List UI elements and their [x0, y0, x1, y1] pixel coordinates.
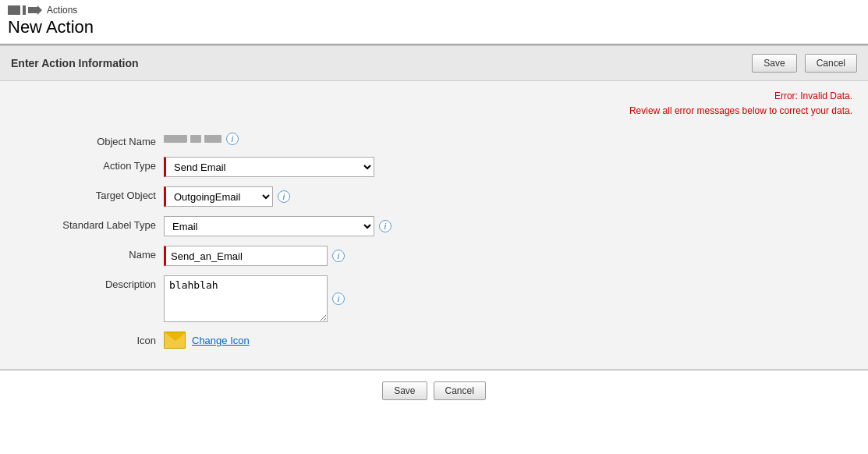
- save-button-bottom[interactable]: Save: [382, 381, 427, 400]
- target-object-control: OutgoingEmail Contact Account Lead i: [164, 186, 852, 207]
- breadcrumb-arrow-icon: [28, 5, 42, 15]
- breadcrumb-area: Actions: [0, 0, 868, 17]
- target-object-select[interactable]: OutgoingEmail Contact Account Lead: [164, 186, 273, 207]
- target-object-info-icon[interactable]: i: [278, 190, 290, 203]
- object-name-row: Object Name i: [0, 128, 868, 152]
- target-object-label: Target Object: [16, 186, 156, 201]
- description-label: Description: [16, 275, 156, 290]
- obj-seg-1: [164, 135, 187, 143]
- error-line1: Error: Invalid Data.: [16, 89, 852, 104]
- form-header-title: Enter Action Information: [11, 57, 744, 69]
- standard-label-type-control: Email Send Notify Custom i: [164, 216, 852, 236]
- obj-seg-3: [204, 135, 221, 143]
- name-row: Name i: [0, 241, 868, 271]
- description-row: Description blahblah i: [0, 271, 868, 327]
- save-button-top[interactable]: Save: [752, 54, 796, 73]
- change-icon-link[interactable]: Change Icon: [192, 335, 250, 346]
- object-name-control: i: [164, 133, 852, 145]
- name-label: Name: [16, 246, 156, 261]
- error-block: Error: Invalid Data. Review all error me…: [0, 81, 868, 123]
- action-type-label: Action Type: [16, 157, 156, 172]
- icon-label: Icon: [16, 332, 156, 346]
- name-info-icon[interactable]: i: [332, 250, 345, 262]
- form-header: Enter Action Information Save Cancel: [0, 46, 868, 81]
- form-section: Enter Action Information Save Cancel Err…: [0, 46, 868, 370]
- object-name-label: Object Name: [16, 133, 156, 147]
- breadcrumb-icons: [8, 5, 42, 15]
- breadcrumb-icon-1: [8, 5, 20, 15]
- breadcrumb-parent[interactable]: Actions: [47, 5, 77, 16]
- obj-seg-2: [190, 135, 201, 143]
- form-body: Object Name i Action Type Send Email Sen…: [0, 123, 868, 369]
- name-control: i: [164, 246, 852, 266]
- target-object-row: Target Object OutgoingEmail Contact Acco…: [0, 182, 868, 211]
- icon-row: Icon Change Icon: [0, 327, 868, 353]
- envelope-icon: [164, 332, 186, 349]
- action-type-row: Action Type Send Email Send Email Alert …: [0, 152, 868, 182]
- object-name-value: [164, 135, 221, 143]
- name-input[interactable]: [164, 246, 328, 266]
- cancel-button-top[interactable]: Cancel: [805, 54, 857, 73]
- description-info-icon[interactable]: i: [332, 293, 345, 305]
- action-type-select[interactable]: Send Email Send Email Alert Create Recor…: [164, 157, 374, 177]
- form-footer: Save Cancel: [0, 370, 868, 411]
- object-name-info-icon[interactable]: i: [226, 133, 239, 145]
- cancel-button-bottom[interactable]: Cancel: [434, 381, 486, 400]
- action-type-control: Send Email Send Email Alert Create Recor…: [164, 157, 852, 177]
- icon-control: Change Icon: [164, 332, 852, 349]
- standard-label-type-label: Standard Label Type: [16, 216, 156, 231]
- error-line2: Review all error messages below to corre…: [16, 104, 852, 119]
- page-title: New Action: [0, 17, 868, 44]
- standard-label-type-row: Standard Label Type Email Send Notify Cu…: [0, 211, 868, 241]
- icon-section: Change Icon: [164, 332, 250, 349]
- standard-label-info-icon[interactable]: i: [379, 220, 391, 232]
- description-textarea[interactable]: blahblah: [164, 275, 328, 322]
- breadcrumb-sep: [23, 5, 26, 15]
- standard-label-type-select[interactable]: Email Send Notify Custom: [164, 216, 374, 236]
- description-control: blahblah i: [164, 275, 852, 322]
